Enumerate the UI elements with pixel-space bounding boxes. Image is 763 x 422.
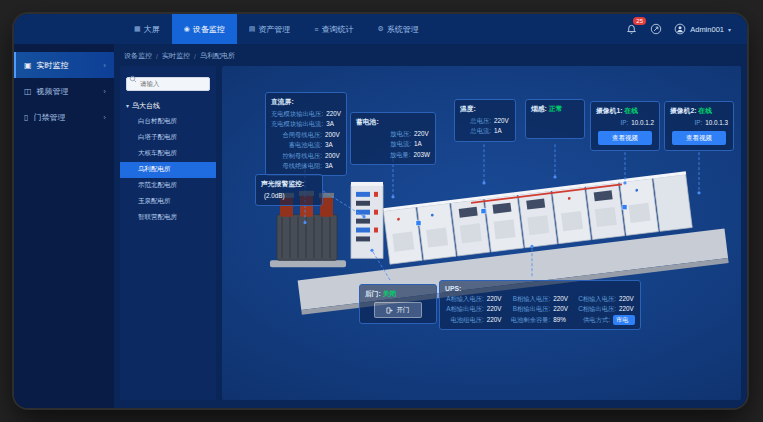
chevron-right-icon: ›: [103, 113, 106, 122]
tree-item-station[interactable]: 智联营配电房: [120, 210, 216, 226]
nav-item-query-statistics[interactable]: ≡ 查询统计: [302, 14, 365, 44]
metric-value: 220V: [494, 116, 510, 126]
power-mode-value: 市电: [613, 315, 635, 325]
view-video-button[interactable]: 查看视频: [672, 131, 727, 145]
nav-item-dashboard[interactable]: ▦ 大屏: [122, 14, 172, 44]
sidebar-item-video-management[interactable]: ◫ 视频管理 ›: [14, 78, 114, 104]
dashboard-icon: ▦: [134, 25, 141, 33]
ip-value: 10.0.1.2: [631, 118, 654, 128]
ip-value: 10.0.1.3: [705, 118, 728, 128]
metric-value: 1A: [494, 126, 510, 136]
breadcrumb-separator: /: [194, 53, 196, 60]
nav-item-label: 资产管理: [258, 24, 290, 35]
station-overview-panel: 直流屏: 充电模块输出电压:220V 充电模块输出电流:3A 合闸母线电压:20…: [222, 66, 741, 400]
open-door-button[interactable]: 开门: [374, 302, 422, 318]
metric-label: C相输入电压:: [577, 294, 616, 304]
camera1-status: 在线: [624, 107, 638, 114]
tree-item-station[interactable]: 玉泉配电所: [120, 194, 216, 210]
door-open-icon: [386, 307, 393, 314]
nav-item-label: 系统管理: [387, 24, 419, 35]
left-sidebar: ▣ 实时监控 › ◫ 视频管理 › ▯ 门禁管理 ›: [14, 44, 114, 408]
tree-item-station[interactable]: 示范北配电所: [120, 178, 216, 194]
station-tree-panel: ▾ 乌大台线 白台村配电所 白塔子配电所 大板车配电所 乌利配电所 示范北配电所…: [120, 66, 216, 400]
metric-label: B相输出电压:: [511, 304, 551, 314]
asset-icon: ▤: [249, 25, 256, 33]
metric-value: 200V: [325, 130, 341, 140]
bell-icon: [626, 24, 637, 35]
metric-label: 控制母线电压:: [271, 151, 322, 161]
ip-label: IP:: [596, 118, 628, 128]
door-panel: 后门: 关闭 开门: [359, 284, 437, 324]
nav-item-asset-management[interactable]: ▤ 资产管理: [237, 14, 303, 44]
metric-value: 1A: [414, 139, 430, 149]
nav-item-label: 设备监控: [193, 24, 225, 35]
temperature-panel: 温度: 总电压:220V 总电流:1A: [454, 99, 516, 142]
caret-down-icon: ▾: [728, 26, 731, 33]
breadcrumb-separator: /: [156, 53, 158, 60]
metric-value: 220V: [326, 109, 342, 119]
tree-root-line[interactable]: ▾ 乌大台线: [120, 99, 216, 114]
camera2-status: 在线: [698, 107, 712, 114]
nav-item-label: 大屏: [144, 24, 160, 35]
camera1-panel: 摄像机1: 在线 IP:10.0.1.2 查看视频: [590, 101, 660, 151]
metric-value: 220V: [487, 294, 503, 304]
video-icon: ◫: [24, 87, 32, 96]
panel-title: 摄像机2:: [670, 107, 696, 114]
tree-item-station-selected[interactable]: 乌利配电所: [120, 162, 216, 178]
panel-title: 声光报警监控:: [261, 179, 317, 189]
fullscreen-button[interactable]: [649, 22, 663, 36]
metric-label: 充电模块输出电压:: [271, 109, 323, 119]
camera2-panel: 摄像机2: 在线 IP:10.0.1.3 查看视频: [664, 101, 734, 151]
chevron-right-icon: ›: [103, 87, 106, 96]
tree-root-label: 乌大台线: [132, 101, 160, 111]
nav-item-system-management[interactable]: ⚙ 系统管理: [365, 14, 430, 44]
panel-title: 烟感:: [531, 105, 547, 112]
door-status: 关闭: [383, 290, 397, 297]
sidebar-item-access-control[interactable]: ▯ 门禁管理 ›: [14, 104, 114, 130]
user-name: Admin001: [690, 25, 724, 34]
metric-value: 220V: [553, 304, 569, 314]
metric-label: 电池组电压:: [445, 315, 484, 325]
ups-panel: UPS: A相输入电压:220V B相输入电压:220V C相输入电压:220V…: [439, 280, 641, 330]
metric-value: 220V: [414, 129, 430, 139]
metric-label: A相输出电压:: [445, 304, 484, 314]
metric-value: 203W: [414, 150, 430, 160]
tree-item-station[interactable]: 大板车配电所: [120, 146, 216, 162]
nav-item-label: 查询统计: [321, 24, 353, 35]
top-navigation-bar: ▦ 大屏 ◉ 设备监控 ▤ 资产管理 ≡ 查询统计 ⚙ 系统管理 25: [14, 14, 747, 44]
notification-badge: 25: [633, 17, 646, 25]
metric-label: 放电流:: [356, 139, 411, 149]
avatar-icon: [674, 23, 686, 35]
realtime-monitor-icon: ▣: [24, 61, 32, 70]
metric-value: 200V: [325, 151, 341, 161]
gear-icon: ⚙: [377, 25, 383, 33]
breadcrumb-item[interactable]: 设备监控: [124, 51, 152, 61]
dc-screen-panel: 直流屏: 充电模块输出电压:220V 充电模块输出电流:3A 合闸母线电压:20…: [265, 92, 347, 176]
sidebar-item-label: 实时监控: [37, 60, 69, 71]
breadcrumb: 设备监控 / 实时监控 / 乌利配电所: [114, 44, 747, 64]
chevron-right-icon: ›: [103, 61, 106, 70]
view-video-button[interactable]: 查看视频: [598, 131, 653, 145]
monitor-icon: ◉: [184, 25, 190, 33]
nav-item-device-monitoring[interactable]: ◉ 设备监控: [172, 14, 237, 44]
metric-label: B相输入电压:: [511, 294, 551, 304]
sidebar-item-realtime-monitoring[interactable]: ▣ 实时监控 ›: [14, 52, 114, 78]
metric-label: 放电量:: [356, 150, 411, 160]
station-search-input[interactable]: [126, 77, 210, 91]
breadcrumb-item[interactable]: 实时监控: [162, 51, 190, 61]
battery-panel: 蓄电池: 放电压:220V 放电流:1A 放电量:203W: [350, 112, 436, 165]
metric-value: 220V: [553, 294, 569, 304]
panel-title: 摄像机1:: [596, 107, 622, 114]
panel-title: 后门:: [365, 290, 381, 297]
fullscreen-icon: [650, 23, 662, 35]
metric-label: 供电方式:: [577, 315, 610, 325]
ip-label: IP:: [670, 118, 702, 128]
panel-title: UPS:: [445, 285, 635, 292]
metric-label: 总电流:: [460, 126, 491, 136]
notifications-button[interactable]: 25: [624, 22, 638, 36]
metric-label: C相输出电压:: [577, 304, 616, 314]
tree-item-station[interactable]: 白塔子配电所: [120, 130, 216, 146]
user-menu[interactable]: Admin001 ▾: [674, 23, 731, 35]
tree-item-station[interactable]: 白台村配电所: [120, 114, 216, 130]
metric-value: 220V: [619, 304, 635, 314]
